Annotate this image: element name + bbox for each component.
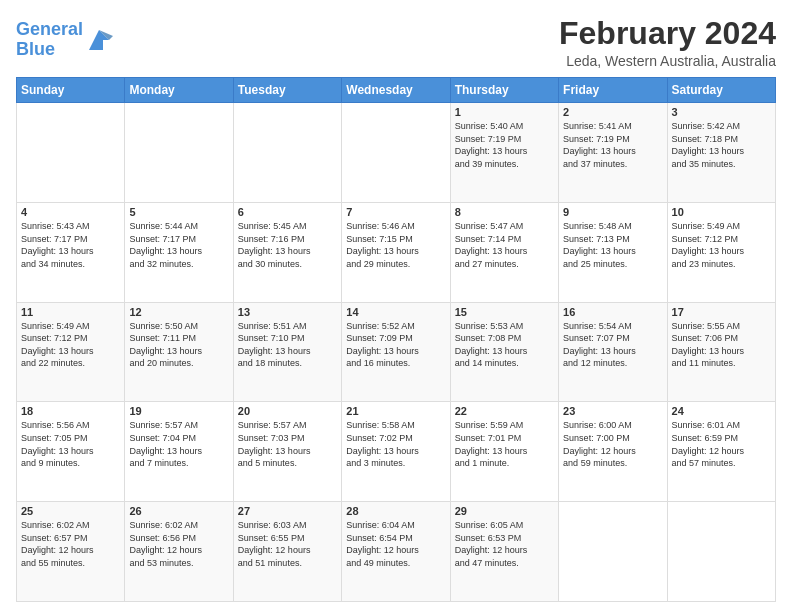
day-number: 15: [455, 306, 554, 318]
day-info: Sunrise: 5:59 AM Sunset: 7:01 PM Dayligh…: [455, 419, 554, 469]
day-info: Sunrise: 5:43 AM Sunset: 7:17 PM Dayligh…: [21, 220, 120, 270]
calendar-cell: 27Sunrise: 6:03 AM Sunset: 6:55 PM Dayli…: [233, 502, 341, 602]
col-thursday: Thursday: [450, 78, 558, 103]
calendar-week-4: 25Sunrise: 6:02 AM Sunset: 6:57 PM Dayli…: [17, 502, 776, 602]
calendar-cell: 11Sunrise: 5:49 AM Sunset: 7:12 PM Dayli…: [17, 302, 125, 402]
calendar-cell: [667, 502, 775, 602]
logo-text: General Blue: [16, 20, 83, 60]
day-info: Sunrise: 5:58 AM Sunset: 7:02 PM Dayligh…: [346, 419, 445, 469]
day-number: 1: [455, 106, 554, 118]
col-monday: Monday: [125, 78, 233, 103]
calendar-cell: 3Sunrise: 5:42 AM Sunset: 7:18 PM Daylig…: [667, 103, 775, 203]
day-info: Sunrise: 5:50 AM Sunset: 7:11 PM Dayligh…: [129, 320, 228, 370]
logo-icon: [85, 26, 113, 54]
day-info: Sunrise: 5:52 AM Sunset: 7:09 PM Dayligh…: [346, 320, 445, 370]
day-number: 27: [238, 505, 337, 517]
calendar-week-1: 4Sunrise: 5:43 AM Sunset: 7:17 PM Daylig…: [17, 202, 776, 302]
calendar-week-0: 1Sunrise: 5:40 AM Sunset: 7:19 PM Daylig…: [17, 103, 776, 203]
day-info: Sunrise: 5:48 AM Sunset: 7:13 PM Dayligh…: [563, 220, 662, 270]
calendar-cell: 6Sunrise: 5:45 AM Sunset: 7:16 PM Daylig…: [233, 202, 341, 302]
day-info: Sunrise: 5:49 AM Sunset: 7:12 PM Dayligh…: [672, 220, 771, 270]
calendar-cell: 22Sunrise: 5:59 AM Sunset: 7:01 PM Dayli…: [450, 402, 558, 502]
day-number: 14: [346, 306, 445, 318]
calendar-week-3: 18Sunrise: 5:56 AM Sunset: 7:05 PM Dayli…: [17, 402, 776, 502]
day-info: Sunrise: 5:40 AM Sunset: 7:19 PM Dayligh…: [455, 120, 554, 170]
calendar-week-2: 11Sunrise: 5:49 AM Sunset: 7:12 PM Dayli…: [17, 302, 776, 402]
calendar-cell: 29Sunrise: 6:05 AM Sunset: 6:53 PM Dayli…: [450, 502, 558, 602]
day-info: Sunrise: 6:05 AM Sunset: 6:53 PM Dayligh…: [455, 519, 554, 569]
col-friday: Friday: [559, 78, 667, 103]
day-info: Sunrise: 5:41 AM Sunset: 7:19 PM Dayligh…: [563, 120, 662, 170]
day-info: Sunrise: 5:46 AM Sunset: 7:15 PM Dayligh…: [346, 220, 445, 270]
day-info: Sunrise: 6:01 AM Sunset: 6:59 PM Dayligh…: [672, 419, 771, 469]
col-saturday: Saturday: [667, 78, 775, 103]
day-info: Sunrise: 6:04 AM Sunset: 6:54 PM Dayligh…: [346, 519, 445, 569]
day-number: 19: [129, 405, 228, 417]
calendar-page: General Blue February 2024 Leda, Western…: [0, 0, 792, 612]
day-number: 17: [672, 306, 771, 318]
calendar-cell: 15Sunrise: 5:53 AM Sunset: 7:08 PM Dayli…: [450, 302, 558, 402]
day-number: 28: [346, 505, 445, 517]
col-wednesday: Wednesday: [342, 78, 450, 103]
calendar-cell: 12Sunrise: 5:50 AM Sunset: 7:11 PM Dayli…: [125, 302, 233, 402]
month-title: February 2024: [559, 16, 776, 51]
day-number: 21: [346, 405, 445, 417]
calendar-table: Sunday Monday Tuesday Wednesday Thursday…: [16, 77, 776, 602]
day-info: Sunrise: 5:42 AM Sunset: 7:18 PM Dayligh…: [672, 120, 771, 170]
day-number: 16: [563, 306, 662, 318]
calendar-cell: 24Sunrise: 6:01 AM Sunset: 6:59 PM Dayli…: [667, 402, 775, 502]
day-number: 24: [672, 405, 771, 417]
day-number: 8: [455, 206, 554, 218]
calendar-cell: 28Sunrise: 6:04 AM Sunset: 6:54 PM Dayli…: [342, 502, 450, 602]
day-number: 10: [672, 206, 771, 218]
day-info: Sunrise: 5:55 AM Sunset: 7:06 PM Dayligh…: [672, 320, 771, 370]
calendar-cell: 23Sunrise: 6:00 AM Sunset: 7:00 PM Dayli…: [559, 402, 667, 502]
calendar-cell: 26Sunrise: 6:02 AM Sunset: 6:56 PM Dayli…: [125, 502, 233, 602]
day-info: Sunrise: 5:56 AM Sunset: 7:05 PM Dayligh…: [21, 419, 120, 469]
calendar-cell: 5Sunrise: 5:44 AM Sunset: 7:17 PM Daylig…: [125, 202, 233, 302]
calendar-cell: 10Sunrise: 5:49 AM Sunset: 7:12 PM Dayli…: [667, 202, 775, 302]
day-info: Sunrise: 5:45 AM Sunset: 7:16 PM Dayligh…: [238, 220, 337, 270]
calendar-cell: 17Sunrise: 5:55 AM Sunset: 7:06 PM Dayli…: [667, 302, 775, 402]
title-block: February 2024 Leda, Western Australia, A…: [559, 16, 776, 69]
day-info: Sunrise: 5:51 AM Sunset: 7:10 PM Dayligh…: [238, 320, 337, 370]
calendar-cell: 18Sunrise: 5:56 AM Sunset: 7:05 PM Dayli…: [17, 402, 125, 502]
calendar-cell: [233, 103, 341, 203]
day-info: Sunrise: 5:49 AM Sunset: 7:12 PM Dayligh…: [21, 320, 120, 370]
day-number: 2: [563, 106, 662, 118]
calendar-cell: 20Sunrise: 5:57 AM Sunset: 7:03 PM Dayli…: [233, 402, 341, 502]
day-number: 5: [129, 206, 228, 218]
calendar-cell: 16Sunrise: 5:54 AM Sunset: 7:07 PM Dayli…: [559, 302, 667, 402]
day-info: Sunrise: 6:02 AM Sunset: 6:57 PM Dayligh…: [21, 519, 120, 569]
logo: General Blue: [16, 20, 113, 60]
day-number: 18: [21, 405, 120, 417]
calendar-header-row: Sunday Monday Tuesday Wednesday Thursday…: [17, 78, 776, 103]
logo-line1: General: [16, 19, 83, 39]
day-info: Sunrise: 5:53 AM Sunset: 7:08 PM Dayligh…: [455, 320, 554, 370]
day-info: Sunrise: 5:47 AM Sunset: 7:14 PM Dayligh…: [455, 220, 554, 270]
day-info: Sunrise: 5:54 AM Sunset: 7:07 PM Dayligh…: [563, 320, 662, 370]
calendar-cell: 2Sunrise: 5:41 AM Sunset: 7:19 PM Daylig…: [559, 103, 667, 203]
day-number: 12: [129, 306, 228, 318]
day-number: 22: [455, 405, 554, 417]
calendar-cell: 19Sunrise: 5:57 AM Sunset: 7:04 PM Dayli…: [125, 402, 233, 502]
day-number: 26: [129, 505, 228, 517]
day-number: 11: [21, 306, 120, 318]
calendar-cell: 25Sunrise: 6:02 AM Sunset: 6:57 PM Dayli…: [17, 502, 125, 602]
col-tuesday: Tuesday: [233, 78, 341, 103]
logo-line2: Blue: [16, 39, 55, 59]
day-info: Sunrise: 6:00 AM Sunset: 7:00 PM Dayligh…: [563, 419, 662, 469]
header: General Blue February 2024 Leda, Western…: [16, 16, 776, 69]
day-info: Sunrise: 5:57 AM Sunset: 7:03 PM Dayligh…: [238, 419, 337, 469]
day-number: 20: [238, 405, 337, 417]
day-number: 25: [21, 505, 120, 517]
day-number: 13: [238, 306, 337, 318]
calendar-cell: [559, 502, 667, 602]
location: Leda, Western Australia, Australia: [559, 53, 776, 69]
day-number: 4: [21, 206, 120, 218]
day-number: 23: [563, 405, 662, 417]
calendar-cell: 7Sunrise: 5:46 AM Sunset: 7:15 PM Daylig…: [342, 202, 450, 302]
col-sunday: Sunday: [17, 78, 125, 103]
calendar-cell: 14Sunrise: 5:52 AM Sunset: 7:09 PM Dayli…: [342, 302, 450, 402]
calendar-cell: 21Sunrise: 5:58 AM Sunset: 7:02 PM Dayli…: [342, 402, 450, 502]
